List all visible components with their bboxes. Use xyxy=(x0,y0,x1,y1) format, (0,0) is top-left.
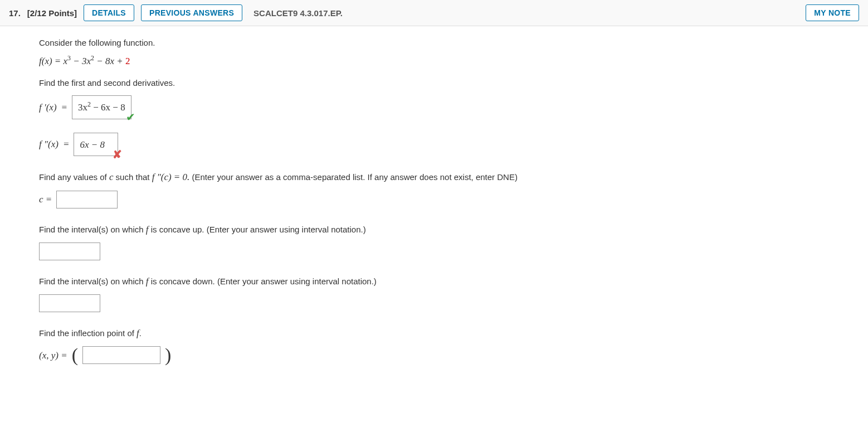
c-answer-box[interactable] xyxy=(56,191,118,208)
details-button[interactable]: DETAILS xyxy=(84,4,134,21)
points-label: [2/12 Points] xyxy=(27,8,77,18)
fdoubleprime-row: f ″(x) = 6x − 8 ✘ xyxy=(39,133,808,157)
fprime-answer-box[interactable]: 3x2 − 6x − 8 xyxy=(72,95,131,119)
c-prompt: Find any values of c such that f ″(c) = … xyxy=(39,169,808,185)
c-label: c = xyxy=(39,192,52,207)
question-body: Consider the following function. f(x) = … xyxy=(0,26,847,394)
inflection-answer-box[interactable] xyxy=(82,346,160,364)
concave-down-row xyxy=(39,294,808,312)
inflection-prompt: Find the inflection point of f. xyxy=(39,326,808,341)
fprime-label: f ′(x) xyxy=(39,100,57,115)
function-display: f(x) = x3 − 3x2 − 8x + 2 xyxy=(39,53,808,69)
concave-down-prompt: Find the interval(s) on which f is conca… xyxy=(39,274,808,289)
fdoubleprime-label: f ″(x) xyxy=(39,137,58,152)
previous-answers-button[interactable]: PREVIOUS ANSWERS xyxy=(141,4,242,21)
concave-down-answer-box[interactable] xyxy=(39,294,100,312)
c-row: c = xyxy=(39,191,808,208)
inflection-row: (x, y) = ( ) xyxy=(39,346,808,364)
question-number: 17. xyxy=(9,8,21,18)
concave-up-row xyxy=(39,242,808,260)
xy-label: (x, y) = xyxy=(39,348,67,363)
question-header: 17. [2/12 Points] DETAILS PREVIOUS ANSWE… xyxy=(0,0,868,26)
concave-up-prompt: Find the interval(s) on which f is conca… xyxy=(39,222,808,237)
my-notes-button[interactable]: MY NOTE xyxy=(806,4,859,21)
fprime-row: f ′(x) = 3x2 − 6x − 8 ✔ xyxy=(39,95,808,119)
assignment-ref: SCALCET9 4.3.017.EP. xyxy=(253,8,343,18)
check-icon: ✔ xyxy=(126,108,135,126)
concave-up-answer-box[interactable] xyxy=(39,242,100,260)
derivatives-prompt: Find the first and second derivatives. xyxy=(39,76,808,90)
intro-text: Consider the following function. xyxy=(39,36,808,50)
fdoubleprime-answer-box[interactable]: 6x − 8 xyxy=(74,133,118,157)
cross-icon: ✘ xyxy=(113,145,122,163)
